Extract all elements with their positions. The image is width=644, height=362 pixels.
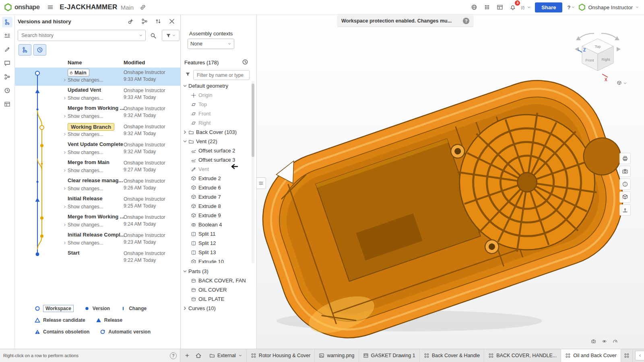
new-tab-button[interactable]: + (182, 350, 192, 361)
close-panel-icon[interactable] (167, 16, 177, 27)
feature-item[interactable]: Extrude 2 (180, 174, 251, 183)
release-notes-icon[interactable] (495, 2, 505, 12)
tab-warning-png[interactable]: warning.png (315, 349, 359, 362)
show-changes-link[interactable]: Show changes... (63, 95, 103, 101)
mate-connector-icon[interactable] (619, 204, 631, 216)
tabs-scroll-left-button[interactable] (635, 351, 644, 360)
print-3d-icon[interactable] (619, 153, 631, 164)
show-changes-link[interactable]: Show changes... (63, 113, 103, 119)
overflow-tab[interactable] (621, 349, 633, 362)
view-cube-menu-button[interactable] (617, 80, 627, 86)
compare-versions-icon[interactable] (153, 16, 163, 27)
search-button[interactable] (148, 31, 159, 41)
section-view-icon[interactable] (619, 179, 631, 190)
tab-gasket-drawing-1[interactable]: GASKET Drawing 1 (359, 349, 420, 362)
show-auto-versions-toggle[interactable] (33, 44, 46, 56)
feature-item[interactable]: Back Cover (103) (180, 128, 251, 137)
app-grid-icon[interactable] (482, 2, 492, 12)
edit-icon[interactable] (2, 44, 12, 55)
feature-item[interactable]: Split 12 (180, 239, 251, 248)
panel-resize-handle[interactable] (256, 177, 266, 189)
feature-item[interactable]: Extrude 10 (180, 257, 251, 263)
feature-item[interactable]: Extrude 9 (180, 211, 251, 220)
user-name[interactable]: Onshape Instructor (588, 4, 633, 10)
version-row[interactable]: Initial ReleaseShow changes...Onshape In… (14, 194, 180, 212)
version-row[interactable]: Initial Release Compl...Show changes...O… (14, 230, 180, 249)
feature-item[interactable]: Split 13 (180, 248, 251, 257)
onshape-logo-icon[interactable] (4, 3, 12, 11)
tab-back-cover-handle[interactable]: Back Cover & Handle (420, 349, 485, 362)
feature-item[interactable]: Extrude 7 (180, 192, 251, 202)
tab-external[interactable]: External (205, 349, 247, 362)
eye-icon[interactable] (600, 337, 608, 345)
feature-item[interactable]: Vent (22) (180, 137, 251, 146)
tables-icon[interactable] (2, 99, 12, 109)
filter-button[interactable] (162, 30, 180, 41)
feature-filter-input[interactable] (196, 72, 247, 78)
banner-help-icon[interactable]: ? (463, 18, 469, 24)
create-branch-icon[interactable] (139, 16, 150, 27)
version-row[interactable]: MainShow changes...Onshape Instructor9:3… (14, 68, 180, 86)
feature-item[interactable]: Extrude 6 (180, 183, 251, 192)
search-history-input[interactable] (21, 32, 139, 39)
feature-item[interactable]: Origin (180, 90, 251, 100)
search-dropdown-caret-icon[interactable] (139, 33, 143, 37)
version-row[interactable]: Merge from MainShow changes...Onshape In… (14, 158, 180, 176)
help-menu-button[interactable]: ? (566, 2, 576, 12)
show-changes-link[interactable]: Show changes... (63, 240, 103, 246)
branch-graph-icon[interactable] (2, 72, 12, 82)
parts-header[interactable]: Parts (3) (180, 267, 253, 276)
show-changes-link[interactable]: Show changes... (63, 168, 103, 173)
rollback-clock-icon[interactable] (242, 59, 248, 65)
version-row[interactable]: Clear release manag...Show changes...Ons… (14, 176, 180, 194)
version-row[interactable]: StartOnshape Instructor9:22 AM Today (14, 249, 180, 267)
notifications-bell-icon[interactable]: 3 (508, 2, 518, 12)
feature-item[interactable]: Boolean 4 (180, 220, 251, 229)
graphics-viewport[interactable]: Workspace protection enabled. Changes mu… (256, 14, 644, 349)
version-row[interactable]: Working BranchShow changes...Onshape Ins… (14, 122, 180, 140)
tab-oil-and-back-cover[interactable]: Oil and Back Cover (561, 349, 621, 362)
feature-item[interactable]: Extrude 8 (180, 202, 251, 211)
version-row[interactable]: Merge from Working ...Show changes...Ons… (14, 104, 180, 122)
main-menu-button[interactable] (45, 2, 56, 12)
tab-back-cover-handle-[interactable]: BACK COVER, HANDLE... (484, 349, 561, 362)
show-changes-link[interactable]: Show changes... (63, 204, 103, 210)
feature-item[interactable]: Offset surface 2 (180, 146, 251, 155)
status-help-icon[interactable]: ? (170, 352, 177, 359)
isometric-view-icon[interactable] (619, 191, 631, 203)
feature-filter-field[interactable] (193, 70, 250, 80)
versions-history-icon[interactable] (2, 17, 12, 27)
feature-item[interactable]: Front (180, 109, 251, 118)
camera-icon[interactable] (589, 337, 597, 345)
history-icon[interactable] (2, 85, 12, 96)
gauge-icon[interactable] (611, 337, 619, 345)
show-branches-toggle[interactable] (19, 44, 31, 56)
feature-item[interactable]: Right (180, 118, 251, 128)
home-tab-button[interactable] (193, 350, 204, 361)
show-changes-link[interactable]: Show changes... (63, 222, 103, 228)
learning-center-icon[interactable] (469, 2, 479, 12)
feature-item[interactable]: Top (180, 100, 251, 109)
feature-item[interactable]: Default geometry (180, 81, 251, 90)
assembly-context-select[interactable]: None (188, 39, 234, 49)
show-changes-link[interactable]: Show changes... (63, 132, 103, 137)
show-changes-link[interactable]: Show changes... (63, 77, 103, 83)
part-item[interactable]: BACK COVER, FAN (180, 276, 253, 285)
view-cube[interactable]: Top Front Right Z X (568, 31, 628, 88)
feature-item[interactable]: Vent (180, 165, 251, 174)
copy-link-icon[interactable] (138, 2, 148, 12)
create-version-icon[interactable] (126, 16, 136, 27)
curves-header[interactable]: Curves (10) (180, 304, 253, 313)
featurescript-icon[interactable] (520, 2, 531, 12)
share-button[interactable]: Share (535, 2, 562, 12)
tab-rotor-housing-cover[interactable]: Rotor Housing & Cover (247, 349, 315, 362)
feature-item[interactable]: Split 11 (180, 229, 251, 239)
version-row[interactable]: Merge from Working ...Show changes...Ons… (14, 212, 180, 230)
search-history-field[interactable] (18, 30, 146, 41)
part-item[interactable]: OIL COVER (180, 285, 253, 294)
show-changes-link[interactable]: Show changes... (63, 186, 103, 191)
version-row[interactable]: Updated VentShow changes...Onshape Instr… (14, 86, 180, 104)
named-views-icon[interactable] (619, 166, 631, 177)
show-changes-link[interactable]: Show changes... (63, 150, 103, 155)
feature-tree-scrollbar[interactable] (252, 81, 254, 263)
